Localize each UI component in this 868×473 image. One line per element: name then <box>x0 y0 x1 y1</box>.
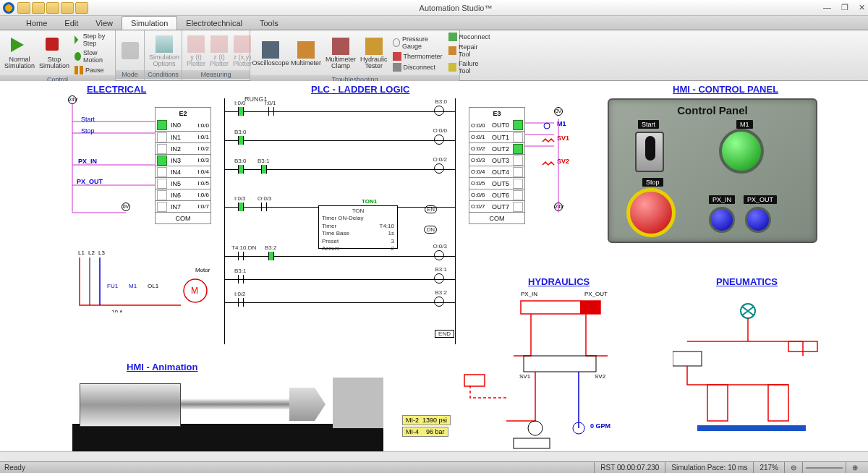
section-animation: HMI - Animation <box>127 362 197 372</box>
svg-rect-20 <box>673 351 702 366</box>
svg-text:10 A: 10 A <box>111 309 124 312</box>
status-pace: Simulation Pace: 10 ms <box>665 462 753 473</box>
svg-text:M1: M1 <box>129 283 137 289</box>
section-electrical: ELECTRICAL <box>87 84 146 95</box>
label-pxin: PX_IN <box>78 158 97 165</box>
simulation-options-button[interactable]: Simulation Options <box>148 33 181 70</box>
label-stop: Stop <box>81 127 95 135</box>
status-ready: Ready <box>4 464 25 472</box>
canvas-area[interactable]: ELECTRICAL PLC - LADDER LOGIC HMI - CONT… <box>0 81 868 461</box>
quick-access-toolbar <box>17 2 88 14</box>
qat-btn[interactable] <box>75 2 88 14</box>
hmi-animation <box>72 376 383 456</box>
horizontal-scrollbar[interactable] <box>0 451 868 461</box>
m1-indicator-lamp <box>719 129 764 174</box>
svg-rect-17 <box>464 375 485 386</box>
io-block-e3: E3 O:0/0OUT0O:0/1OUT1O:0/2OUT2O:0/3OUT3O… <box>469 107 525 224</box>
label-pxout: PX_OUT <box>77 178 103 185</box>
svg-text:L2: L2 <box>88 250 95 256</box>
svg-rect-13 <box>524 356 596 372</box>
window-title: Automation Studio™ <box>88 4 823 12</box>
svg-text:M: M <box>191 286 198 296</box>
svg-rect-22 <box>768 385 788 421</box>
disconnect-button[interactable]: Disconnect <box>391 62 445 72</box>
tab-electrotechnical[interactable]: Electrotechnical <box>177 17 251 30</box>
reconnect-button[interactable]: Reconnect <box>446 32 493 42</box>
stop-simulation-button[interactable]: Stop Simulation <box>38 35 71 72</box>
emergency-stop-button[interactable] <box>626 188 676 237</box>
qat-btn[interactable] <box>17 2 30 14</box>
zoom-slider[interactable] <box>802 462 846 473</box>
titlebar: Automation Studio™ — ❐ ✕ <box>0 0 868 16</box>
pxin-lamp <box>709 207 735 233</box>
motor-circuit: L1L2L3 M Motor FU1 M1 OL1 10 A <box>72 247 217 312</box>
status-rst: RST 00:00:07.230 <box>594 462 665 473</box>
svg-text:Motor: Motor <box>195 267 210 273</box>
section-pneumatics: PNEUMATICS <box>716 276 778 287</box>
pause-button[interactable]: Pause <box>72 65 112 75</box>
zt-plotter-button[interactable]: z (t) Plotter <box>208 33 230 70</box>
timer-block: TON Timer ON-Delay TimerT4:10 Time Base1… <box>318 205 398 249</box>
pxout-lamp <box>745 207 771 233</box>
status-zoom[interactable]: 217% <box>753 462 784 473</box>
multimeter-button[interactable]: Multimeter <box>289 35 323 72</box>
slow-motion-button[interactable]: Slow Motion <box>72 48 112 64</box>
statusbar: Ready RST 00:00:07.230 Simulation Pace: … <box>0 461 868 473</box>
section-plc: PLC - LADDER LOGIC <box>311 84 410 95</box>
section-hydraulics: HYDRAULICS <box>528 276 590 287</box>
pneumatics-diagram <box>673 298 825 443</box>
hmi-control-panel: Control Panel Start M1 Stop PX_IN PX_OUT <box>608 98 817 243</box>
step-by-step-button[interactable]: Step by Step <box>72 32 112 48</box>
ribbon: Normal Simulation Stop Simulation Step b… <box>0 30 868 81</box>
qat-btn[interactable] <box>61 2 74 14</box>
hydraulics-diagram: PX_IN PX_OUT SV1 SV2 0 GPM <box>463 291 651 453</box>
maximize-button[interactable]: ❐ <box>841 3 848 12</box>
oscilloscope-button[interactable]: Oscilloscope <box>253 35 288 72</box>
zoom-out-button[interactable]: ⊖ <box>784 462 802 473</box>
svg-text:L3: L3 <box>98 250 105 256</box>
multimeter-clamp-button[interactable]: Multimeter Clamp <box>324 35 357 72</box>
minimize-button[interactable]: — <box>823 3 831 12</box>
label-start: Start <box>81 116 95 123</box>
mode-button[interactable] <box>119 33 141 70</box>
normal-simulation-button[interactable]: Normal Simulation <box>3 35 36 72</box>
hydraulic-tester-button[interactable]: Hydraulic Tester <box>359 35 389 72</box>
yt-plotter-button[interactable]: y (t) Plotter <box>185 33 207 70</box>
tab-tools[interactable]: Tools <box>251 17 287 30</box>
repair-tool-button[interactable]: Repair Tool <box>446 43 493 59</box>
svg-text:OL1: OL1 <box>148 283 159 289</box>
svg-rect-12 <box>580 301 600 314</box>
tab-simulation[interactable]: Simulation <box>122 16 177 30</box>
hmi-title: Control Panel <box>609 104 816 116</box>
tab-home[interactable]: Home <box>17 17 56 30</box>
svg-rect-21 <box>707 385 728 421</box>
app-logo <box>3 2 14 14</box>
tab-edit[interactable]: Edit <box>56 17 87 30</box>
ribbon-tabs: Home Edit View Simulation Electrotechnic… <box>0 16 868 30</box>
svg-text:L1: L1 <box>78 250 85 256</box>
failure-tool-button[interactable]: Failure Tool <box>446 59 493 75</box>
diagram-canvas[interactable]: ELECTRICAL PLC - LADDER LOGIC HMI - CONT… <box>0 81 861 457</box>
svg-point-14 <box>528 421 542 435</box>
ladder-diagram: RUNG1 TON Timer ON-Delay TimerT4:10 Time… <box>224 98 456 344</box>
svg-text:FU1: FU1 <box>107 283 119 289</box>
qat-btn[interactable] <box>46 2 59 14</box>
section-hmi: HMI - CONTROL PANEL <box>673 84 778 95</box>
qat-btn[interactable] <box>32 2 45 14</box>
io-block-e2: E2 IN0I:0/0IN1I:0/1IN2I:0/2IN3I:0/3IN4I:… <box>155 107 211 224</box>
thermometer-button[interactable]: Thermometer <box>391 51 445 61</box>
svg-rect-16 <box>514 438 550 448</box>
tab-view[interactable]: View <box>87 17 122 30</box>
svg-rect-23 <box>697 425 806 431</box>
gauge-mi4: MI-4 96 bar <box>402 427 448 437</box>
start-toggle-switch[interactable] <box>635 132 664 172</box>
zoom-in-button[interactable]: ⊕ <box>846 462 864 473</box>
gauge-mi2: MI-2 1390 psi <box>402 415 451 425</box>
svg-point-0 <box>544 123 550 129</box>
pressure-gauge-button[interactable]: Pressure Gauge <box>391 35 445 51</box>
close-button[interactable]: ✕ <box>859 3 865 12</box>
